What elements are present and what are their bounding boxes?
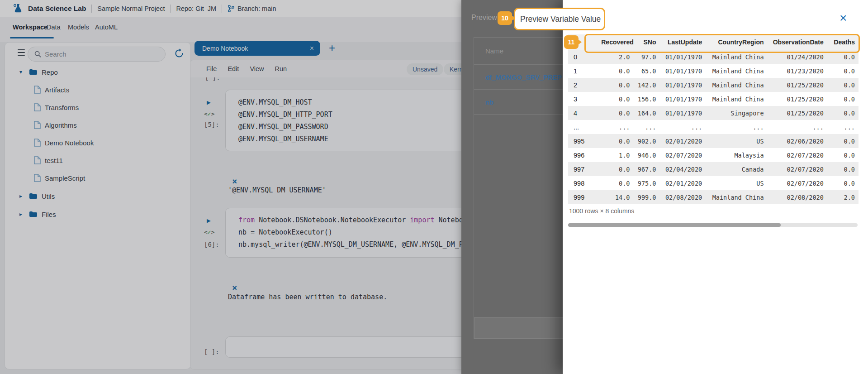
row-index: 995 [568, 134, 601, 148]
cell-recovered: 0.0 [601, 106, 633, 120]
cell-recovered: 0.0 [601, 92, 633, 106]
preview-variable-value-modal: × RecoveredSNoLastUpdateCountryRegionObs… [563, 0, 868, 374]
cell-countryregion: Mainland China [706, 190, 767, 204]
cell-lastupdate: 02/01/2020 [659, 134, 706, 148]
cell-deaths: 0.0 [827, 64, 859, 78]
app-root: Data Science Lab Sample Normal Project R… [0, 0, 868, 374]
cell-recovered: ... [601, 120, 633, 134]
cell-countryregion: Mainland China [706, 92, 767, 106]
horizontal-scrollbar[interactable] [568, 223, 858, 227]
variable-link[interactable]: nb [474, 90, 563, 115]
cell-observationdate: 01/25/2020 [768, 106, 827, 120]
name-column-header: Name [474, 38, 563, 65]
cell-countryregion: Malaysia [706, 148, 767, 162]
cell-deaths: 2.0 [827, 190, 859, 204]
cell-countryregion: Mainland China [706, 64, 767, 78]
cell-observationdate: 02/07/2020 [768, 148, 827, 162]
cell-deaths: 0.0 [827, 92, 859, 106]
cell-deaths: ... [827, 120, 859, 134]
cell-observationdate: 02/07/2020 [768, 162, 827, 176]
row-index: 996 [568, 148, 601, 162]
cell-recovered: 0.0 [601, 176, 633, 190]
cell-recovered: 1.0 [601, 148, 633, 162]
cell-deaths: 0.0 [827, 134, 859, 148]
table-row: 995 0.0 902.0 02/01/2020 US 02/06/2020 0… [568, 134, 859, 148]
modal-title: Preview Variable Value [520, 14, 601, 24]
cell-countryregion: Singapore [706, 106, 767, 120]
table-row: 999 14.0 999.0 02/08/2020 Mainland China… [568, 190, 859, 204]
cell-sno: 946.0 [633, 148, 659, 162]
table-row: 2 0.0 142.0 01/01/1970 Mainland China 01… [568, 78, 859, 92]
annotation-badge-11: 11 [564, 35, 579, 49]
cell-lastupdate: 02/04/2020 [659, 162, 706, 176]
cell-lastupdate: 02/07/2020 [659, 148, 706, 162]
cell-observationdate: 01/25/2020 [768, 92, 827, 106]
cell-observationdate: 02/07/2020 [768, 176, 827, 190]
cell-lastupdate: 01/01/1970 [659, 64, 706, 78]
dialog-footer [474, 317, 563, 339]
row-index: 3 [568, 92, 601, 106]
cell-observationdate: 02/08/2020 [768, 190, 827, 204]
cell-sno: 65.0 [633, 64, 659, 78]
close-icon[interactable]: × [840, 12, 847, 24]
cell-recovered: 0.0 [601, 78, 633, 92]
cell-recovered: 0.0 [601, 134, 633, 148]
row-index: 999 [568, 190, 601, 204]
row-index: 997 [568, 162, 601, 176]
cell-recovered: 0.0 [601, 162, 633, 176]
row-index: 4 [568, 106, 601, 120]
table-row: 998 0.0 975.0 02/01/2020 US 02/07/2020 0… [568, 176, 859, 190]
table-row: 1 0.0 65.0 01/01/1970 Mainland China 01/… [568, 64, 859, 78]
cell-sno: 999.0 [633, 190, 659, 204]
cell-observationdate: ... [768, 120, 827, 134]
row-index: 2 [568, 78, 601, 92]
cell-lastupdate: 02/01/2020 [659, 176, 706, 190]
table-row: 996 1.0 946.0 02/07/2020 Malaysia 02/07/… [568, 148, 859, 162]
annotation-title-highlight: Preview Variable Value [514, 8, 605, 30]
dataframe-table: RecoveredSNoLastUpdateCountryRegionObser… [568, 34, 859, 204]
cell-deaths: 0.0 [827, 106, 859, 120]
variables-list: Name df_MONGO_SRV_PREPnb [474, 37, 563, 339]
cell-lastupdate: ... [659, 120, 706, 134]
cell-lastupdate: 01/01/1970 [659, 106, 706, 120]
cell-deaths: 0.0 [827, 78, 859, 92]
cell-sno: 975.0 [633, 176, 659, 190]
cell-countryregion: US [706, 134, 767, 148]
cell-countryregion: US [706, 176, 767, 190]
variable-rows: df_MONGO_SRV_PREPnb [474, 65, 563, 115]
cell-lastupdate: 01/01/1970 [659, 92, 706, 106]
table-shape-summary: 1000 rows × 8 columns [569, 207, 634, 215]
modal-backdrop [0, 0, 462, 374]
cell-deaths: 0.0 [827, 162, 859, 176]
cell-deaths: 0.0 [827, 176, 859, 190]
cell-sno: 967.0 [633, 162, 659, 176]
cell-sno: 156.0 [633, 92, 659, 106]
cell-sno: ... [633, 120, 659, 134]
table-row: 3 0.0 156.0 01/01/1970 Mainland China 01… [568, 92, 859, 106]
cell-countryregion: Canada [706, 162, 767, 176]
table-row: ... ... ... ... ... ... ... [568, 120, 859, 134]
row-index: 1 [568, 64, 601, 78]
annotation-badge-10: 10 [498, 11, 512, 25]
cell-recovered: 14.0 [601, 190, 633, 204]
cell-countryregion: ... [706, 120, 767, 134]
scrollbar-thumb[interactable] [568, 223, 781, 227]
annotation-header-highlight [584, 34, 860, 53]
cell-sno: 142.0 [633, 78, 659, 92]
cell-observationdate: 01/25/2020 [768, 78, 827, 92]
cell-recovered: 0.0 [601, 64, 633, 78]
cell-lastupdate: 02/08/2020 [659, 190, 706, 204]
cell-observationdate: 01/23/2020 [768, 64, 827, 78]
row-index: ... [568, 120, 601, 134]
cell-countryregion: Mainland China [706, 78, 767, 92]
variable-link[interactable]: df_MONGO_SRV_PREP [474, 65, 563, 90]
preview-variable-dialog-dimmed: Preview Variable Name df_MONGO_SRV_PREPn… [461, 0, 563, 374]
cell-deaths: 0.0 [827, 148, 859, 162]
cell-sno: 902.0 [633, 134, 659, 148]
cell-lastupdate: 01/01/1970 [659, 78, 706, 92]
row-index: 998 [568, 176, 601, 190]
cell-observationdate: 02/06/2020 [768, 134, 827, 148]
table-body: 0 2.0 97.0 01/01/1970 Mainland China 01/… [568, 50, 859, 204]
table-row: 4 0.0 164.0 01/01/1970 Singapore 01/25/2… [568, 106, 859, 120]
cell-sno: 164.0 [633, 106, 659, 120]
